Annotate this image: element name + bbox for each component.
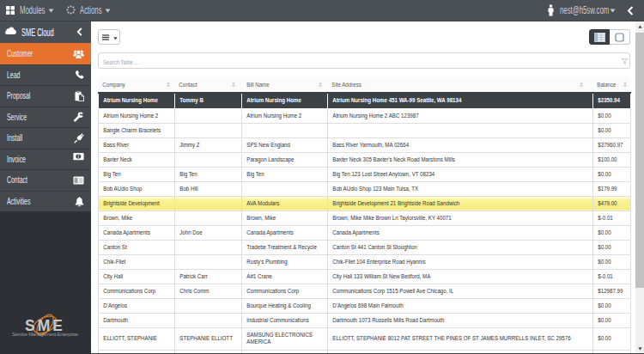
svg-text:Service Management Enterprise: Service Management Enterprise <box>12 332 79 337</box>
